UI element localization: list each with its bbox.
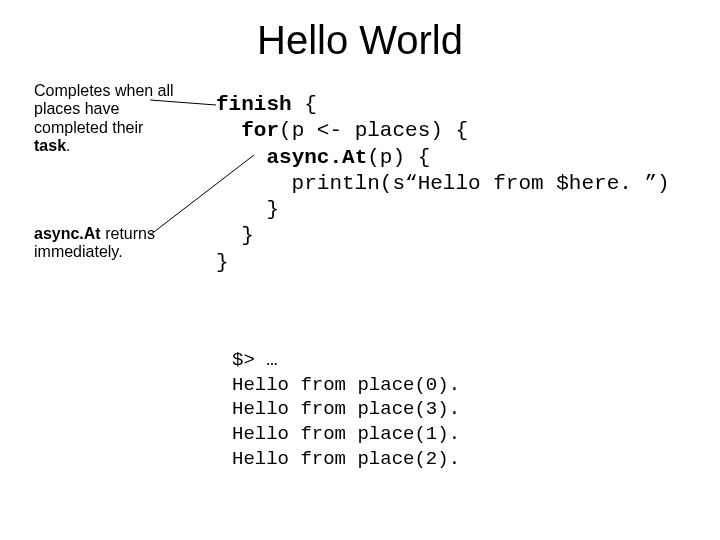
code-kw-asyncat: async.At bbox=[266, 146, 367, 169]
slide-title: Hello World bbox=[0, 18, 720, 63]
output-l5: Hello from place(2). bbox=[232, 448, 460, 470]
output-l2: Hello from place(0). bbox=[232, 374, 460, 396]
code-kw-for: for bbox=[241, 119, 279, 142]
annotation-finish-bold: task bbox=[34, 137, 66, 154]
code-l7: } bbox=[216, 251, 229, 274]
code-l1-rest: { bbox=[292, 93, 317, 116]
annotation-finish-text1: Completes when all places have completed… bbox=[34, 82, 174, 136]
output-block: $> … Hello from place(0). Hello from pla… bbox=[232, 348, 460, 471]
code-l5: } bbox=[216, 198, 279, 221]
code-l6: } bbox=[216, 224, 254, 247]
annotation-asyncat-bold: async.At bbox=[34, 225, 101, 242]
output-l3: Hello from place(3). bbox=[232, 398, 460, 420]
annotation-asyncat: async.At returns immediately. bbox=[34, 225, 174, 262]
slide: Hello World Completes when all places ha… bbox=[0, 0, 720, 540]
annotation-finish-text2: . bbox=[66, 137, 70, 154]
code-block: finish { for(p <- places) { async.At(p) … bbox=[216, 92, 670, 276]
code-l3-indent bbox=[216, 146, 266, 169]
annotation-finish: Completes when all places have completed… bbox=[34, 82, 174, 156]
code-l3-rest: (p) { bbox=[367, 146, 430, 169]
code-l2-rest: (p <- places) { bbox=[279, 119, 468, 142]
code-l2-indent bbox=[216, 119, 241, 142]
code-kw-finish: finish bbox=[216, 93, 292, 116]
output-l4: Hello from place(1). bbox=[232, 423, 460, 445]
code-l4: println(s“Hello from $here. ”) bbox=[216, 172, 670, 195]
output-l1: $> … bbox=[232, 349, 278, 371]
